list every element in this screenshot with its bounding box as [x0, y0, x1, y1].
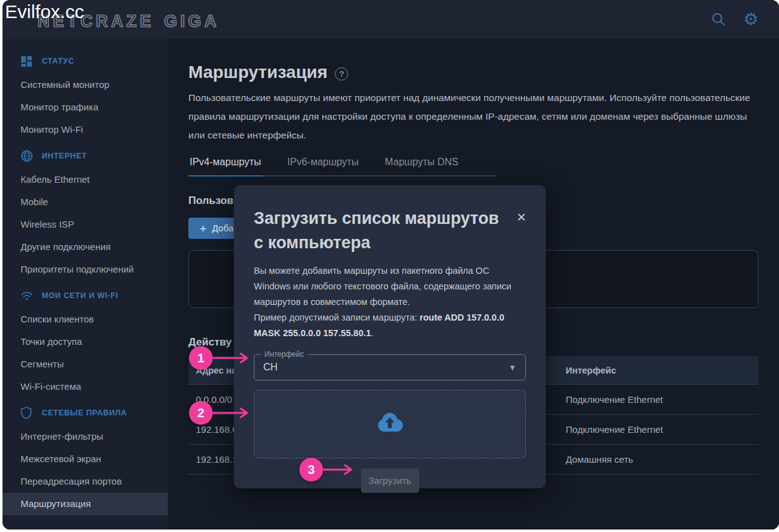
route-interface: Подключение Ethernet [566, 424, 751, 435]
sidebar-item-other-connections[interactable]: Другие подключения [2, 236, 168, 258]
example-prefix: Пример допустимой записи маршрута: [254, 312, 420, 322]
chevron-down-icon: ▼ [508, 363, 516, 372]
page-title: Маршрутизация [188, 62, 327, 82]
sidebar-item-segments[interactable]: Сегменты [2, 353, 168, 375]
sidebar-item-wifi-system[interactable]: Wi-Fi-система [2, 375, 168, 398]
sidebar-section-my-networks: МОИ СЕТИ И WI-FI [2, 281, 168, 308]
col-interface-header: Интерфейс [566, 365, 751, 375]
file-dropzone[interactable] [254, 390, 526, 458]
tab-dns-routes[interactable]: Маршруты DNS [384, 150, 460, 177]
sidebar-section-network-rules: СЕТЕВЫЕ ПРАВИЛА [2, 398, 168, 425]
annotation-marker-1: 1 [189, 346, 251, 370]
page-description: Пользовательские маршруты имеют приорите… [188, 89, 753, 145]
sidebar-item-internet-filters[interactable]: Интернет-фильтры [2, 425, 168, 448]
sidebar: СТАТУС Системный монитор Монитор трафика… [2, 39, 168, 530]
close-icon[interactable]: ✕ [515, 210, 528, 224]
tab-bar: IPv4-маршруты IPv6-маршруты Маршруты DNS [188, 150, 496, 177]
sidebar-section-label: МОИ СЕТИ И WI-FI [42, 291, 119, 300]
sidebar-item-wireless-isp[interactable]: Wireless ISP [2, 213, 168, 236]
sidebar-section-internet: ИНТЕРНЕТ [2, 141, 168, 168]
shield-icon [21, 407, 33, 419]
topbar-icons: ⚙ [709, 10, 760, 29]
topbar: NETCRAZE GIGA ⚙ [2, 0, 779, 39]
interface-select[interactable]: Интерфейс CH ▼ [254, 354, 526, 380]
arrow-right-icon [213, 352, 251, 364]
marker-number: 3 [299, 458, 323, 481]
route-interface: Домашняя сеть [566, 454, 751, 465]
sidebar-section-status: СТАТУС [2, 46, 168, 74]
route-interface: Подключение Ethernet [566, 394, 751, 405]
interface-select-label: Интерфейс [261, 350, 307, 359]
modal-title: Загрузить список маршрутов с компьютера [254, 206, 526, 255]
sidebar-item-ethernet-cable[interactable]: Кабель Ethernet [2, 168, 168, 191]
annotation-marker-2: 2 [189, 401, 251, 425]
sidebar-item-system-monitor[interactable]: Системный монитор [2, 74, 168, 96]
sidebar-section-label: СТАТУС [42, 57, 74, 65]
plus-icon: + [200, 223, 206, 235]
search-icon[interactable] [709, 10, 728, 29]
sidebar-item-wifi-monitor[interactable]: Монитор Wi-Fi [2, 118, 168, 141]
sidebar-item-firewall[interactable]: Межсетевой экран [2, 448, 168, 470]
upload-routes-modal: ✕ Загрузить список маршрутов с компьютер… [234, 185, 546, 488]
sidebar-item-routing[interactable]: Маршрутизация [2, 493, 168, 515]
sidebar-item-connection-priorities[interactable]: Приоритеты подключений [2, 258, 168, 281]
sidebar-item-client-lists[interactable]: Списки клиентов [2, 308, 168, 331]
arrow-right-icon [323, 464, 356, 475]
sidebar-item-port-forwarding[interactable]: Переадресация портов [2, 470, 168, 493]
sidebar-item-mobile[interactable]: Mobile [2, 191, 168, 213]
marker-number: 2 [189, 401, 213, 425]
modal-description: Вы можете добавить маршруты из пакетного… [254, 263, 526, 310]
sidebar-item-access-points[interactable]: Точки доступа [2, 331, 168, 353]
grid-icon [21, 55, 33, 67]
sidebar-item-traffic-monitor[interactable]: Монитор трафика [2, 96, 168, 118]
gear-icon[interactable]: ⚙ [742, 10, 760, 29]
upload-button[interactable]: Загрузить [361, 468, 419, 493]
marker-number: 1 [189, 346, 213, 370]
tab-ipv4-routes[interactable]: IPv4-маршруты [188, 150, 263, 177]
arrow-right-icon [213, 407, 251, 418]
help-icon[interactable]: ? [335, 67, 348, 80]
modal-example-text: Пример допустимой записи маршрута: route… [254, 310, 526, 341]
sidebar-section-label: ИНТЕРНЕТ [42, 152, 87, 160]
brand-logo-secondary: GIGA [164, 12, 220, 31]
example-suffix: . [371, 328, 374, 338]
wifi-icon [21, 289, 33, 302]
cloud-upload-icon [375, 412, 405, 437]
interface-select-value: CH [263, 362, 278, 373]
globe-icon [21, 150, 33, 162]
sidebar-section-label: СЕТЕВЫЕ ПРАВИЛА [42, 409, 127, 417]
annotation-marker-3: 3 [299, 458, 356, 481]
watermark-text: Evilfox.cc [5, 1, 84, 22]
tab-ipv6-routes[interactable]: IPv6-маршруты [286, 150, 360, 177]
screenshot-frame: NETCRAZE GIGA ⚙ [0, 0, 779, 532]
